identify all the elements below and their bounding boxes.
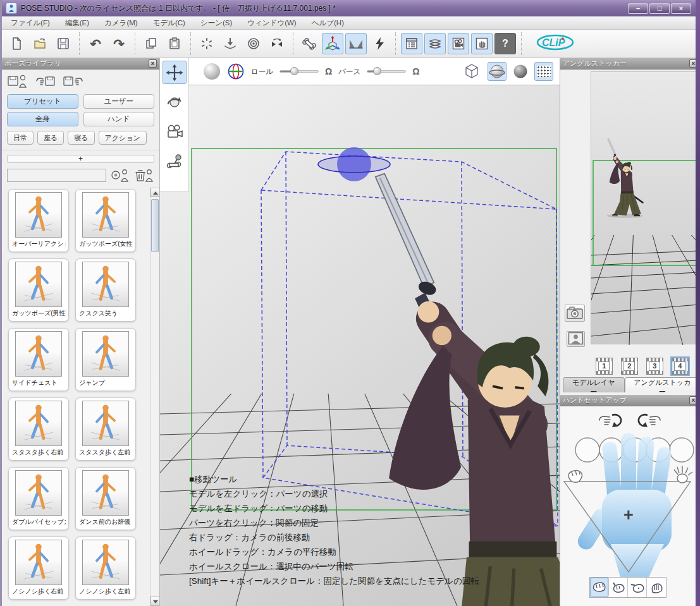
- pose-category-button[interactable]: 日常: [7, 131, 34, 145]
- menu-item[interactable]: シーン(S): [200, 18, 232, 28]
- camera-tool-button[interactable]: [163, 120, 187, 143]
- angle-slot-button[interactable]: 1: [596, 358, 613, 375]
- roll-slider-thumb[interactable]: [290, 67, 298, 75]
- menu-item[interactable]: ヘルプ(H): [312, 18, 344, 28]
- closed-fist-icon: [568, 470, 582, 482]
- menu-item[interactable]: モデル(C): [153, 18, 185, 28]
- shaded-sphere-button[interactable]: [488, 62, 507, 81]
- pose-thumbnail[interactable]: クスクス笑う: [75, 258, 136, 322]
- close-button[interactable]: ×: [671, 3, 691, 14]
- pose-thumbnail[interactable]: スタスタ歩く左前: [75, 397, 136, 461]
- maximize-button[interactable]: □: [649, 3, 670, 14]
- pose-thumbnail[interactable]: ジャンプ: [75, 328, 136, 391]
- angle-slot-button[interactable]: 3: [646, 358, 663, 375]
- screen-tone-button[interactable]: [534, 62, 553, 81]
- hand-preset-thumb-up-button[interactable]: [609, 578, 628, 597]
- pose-search-input[interactable]: [7, 169, 106, 182]
- stocker-tab[interactable]: アングルストッカー: [625, 377, 700, 392]
- pose-thumbnail[interactable]: ガッツポーズ(女性): [75, 189, 136, 252]
- center-view-button[interactable]: [243, 33, 264, 54]
- scroll-up-button[interactable]: [150, 188, 159, 197]
- pose-list-scrollbar: [150, 188, 159, 606]
- viewport[interactable]: ロール Ω パース Ω: [160, 58, 560, 606]
- angle-slot-button[interactable]: 2: [621, 358, 638, 375]
- pose-part-tab[interactable]: ハンド: [83, 112, 155, 126]
- desktop-background-edge: [696, 0, 700, 606]
- angle-stocker-panel: アングルストッカー ×: [560, 58, 700, 395]
- toggle-model-layer-button[interactable]: [424, 33, 446, 54]
- wireframe-cube-button[interactable]: [462, 62, 481, 81]
- angle-slot-button[interactable]: 4: [672, 358, 689, 375]
- rotation-gizmo-icon[interactable]: [227, 63, 245, 80]
- joint-pin-tool-button[interactable]: [163, 150, 187, 173]
- menu-item[interactable]: 編集(E): [65, 18, 89, 28]
- pose-thumbnail[interactable]: ノシノシ歩く右前: [8, 536, 69, 600]
- stocker-tab[interactable]: モデルレイヤー: [563, 377, 625, 392]
- hand-preset-fist-button[interactable]: [590, 578, 609, 597]
- roll-reset-icon[interactable]: Ω: [325, 66, 332, 76]
- paste-icon: [167, 36, 182, 51]
- pose-library-close-button[interactable]: ×: [149, 59, 157, 68]
- move-tool-button[interactable]: [163, 61, 187, 84]
- pose-category-button[interactable]: 寝る: [68, 131, 94, 145]
- pose-thumbnail[interactable]: オーバーリアクション: [8, 189, 69, 252]
- bone-tool-button[interactable]: [298, 33, 320, 54]
- rotate-hand-right-button[interactable]: [635, 410, 663, 430]
- apply-pose-to-model-button[interactable]: [110, 167, 130, 183]
- scroll-down-button[interactable]: [150, 597, 159, 606]
- copy-button[interactable]: [140, 33, 162, 54]
- pose-capture-button[interactable]: [7, 73, 28, 90]
- help-button[interactable]: ?: [494, 33, 516, 54]
- toggle-pose-library-button[interactable]: [401, 33, 422, 54]
- undo-button[interactable]: ↶: [85, 33, 106, 54]
- pose-source-tab[interactable]: プリセット: [7, 94, 78, 109]
- toggle-camera-panel-button[interactable]: [448, 33, 469, 54]
- roll-slider[interactable]: [279, 70, 319, 73]
- delete-pose-button[interactable]: [134, 167, 154, 183]
- pose-category-button[interactable]: 座る: [37, 131, 64, 145]
- menu-item[interactable]: カメラ(M): [104, 18, 138, 28]
- pose-thumbnail[interactable]: ダブルバイセップスフロ: [8, 467, 69, 530]
- angle-preview[interactable]: [591, 71, 698, 344]
- effect-button[interactable]: [369, 33, 390, 54]
- pose-apply-button[interactable]: [63, 73, 84, 90]
- pose-source-tab[interactable]: ユーザー: [83, 94, 155, 109]
- pose-register-button[interactable]: [35, 73, 56, 90]
- hand-setup-canvas[interactable]: +: [560, 432, 700, 590]
- model-portrait-button[interactable]: [567, 331, 585, 347]
- camera-angle-button[interactable]: [345, 33, 367, 54]
- paste-button[interactable]: [164, 33, 185, 54]
- toggle-hand-panel-button[interactable]: [471, 33, 493, 54]
- rotate-hand-left-button[interactable]: [597, 410, 625, 430]
- save-file-button[interactable]: [52, 33, 74, 54]
- redo-button[interactable]: ↷: [108, 33, 130, 54]
- open-file-button[interactable]: [29, 33, 51, 54]
- hand-preset-open-button[interactable]: [647, 578, 666, 597]
- scrollbar-thumb[interactable]: [151, 199, 159, 252]
- perspective-slider[interactable]: [367, 70, 406, 73]
- pose-category-button[interactable]: アクション: [99, 131, 147, 145]
- lighting-sphere-icon[interactable]: [203, 63, 221, 80]
- perspective-slider-thumb[interactable]: [373, 67, 381, 75]
- pose-thumbnail[interactable]: スタスタ歩く右前: [8, 397, 69, 461]
- minimize-button[interactable]: –: [628, 3, 648, 14]
- pose-thumbnail[interactable]: ダンス前のお辞儀: [75, 467, 136, 530]
- open-hand-icon: [674, 466, 692, 483]
- category-expander[interactable]: +: [7, 155, 154, 163]
- pose-thumbnail[interactable]: ノシノシ歩く左前: [75, 536, 136, 600]
- move-model-button[interactable]: [322, 33, 343, 54]
- mirror-pose-button[interactable]: [266, 33, 288, 54]
- snapshot-camera-button[interactable]: [565, 305, 585, 322]
- hand-preset-point-button[interactable]: [628, 578, 647, 597]
- drop-to-ground-button[interactable]: [219, 33, 241, 54]
- menu-item[interactable]: ファイル(F): [11, 18, 50, 28]
- reset-pose-button[interactable]: [196, 33, 218, 54]
- dark-sphere-icon[interactable]: [513, 64, 528, 79]
- rotate-tool-button[interactable]: [163, 90, 187, 114]
- menu-item[interactable]: ウィンドウ(W): [247, 18, 296, 28]
- pose-part-tab[interactable]: 全身: [7, 112, 78, 126]
- pose-thumbnail[interactable]: ガッツポーズ(男性): [8, 258, 69, 322]
- new-file-button[interactable]: [6, 33, 27, 54]
- perspective-reset-icon[interactable]: Ω: [412, 66, 419, 76]
- pose-thumbnail[interactable]: サイドチェスト: [8, 328, 69, 391]
